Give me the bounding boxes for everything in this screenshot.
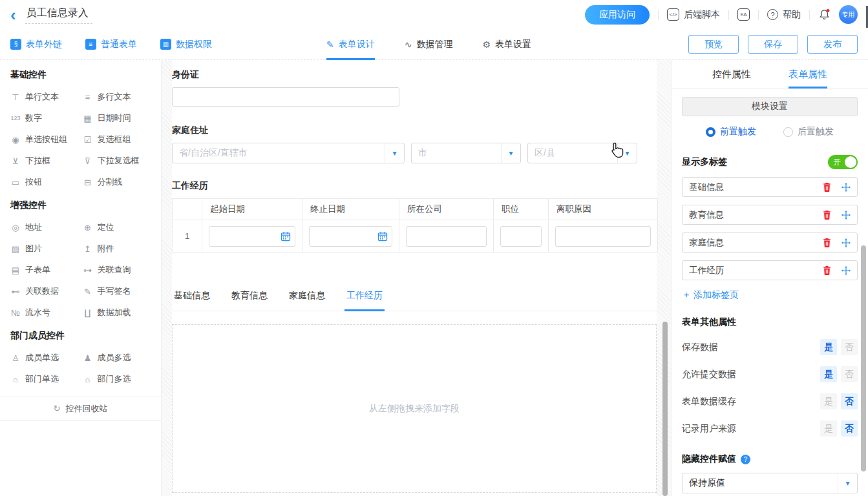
form-cache-no[interactable]: 否 (841, 393, 858, 409)
back-icon[interactable]: ‹ (10, 8, 16, 21)
end-date-input[interactable] (309, 226, 392, 247)
main-layout: 基础控件 ⊤单行文本 ≡多行文本 123数字 ▦日期时间 ◉单选按钮组 ☑复选框… (0, 60, 868, 496)
tab-form-settings[interactable]: ⚙ 表单设置 (482, 29, 531, 60)
record-source-no[interactable]: 否 (841, 420, 858, 437)
delete-tag-icon[interactable] (823, 183, 831, 192)
tag-label[interactable]: 工作经历 (689, 265, 823, 276)
widget-signature[interactable]: ✎手写签名 (83, 285, 155, 297)
page-title[interactable]: 员工信息录入 (25, 5, 92, 24)
tab-work-history[interactable]: 工作经历 (344, 290, 385, 311)
data-permission-button[interactable]: ▥ 数据权限 (160, 39, 212, 50)
start-date-input[interactable] (209, 226, 295, 247)
tag-label[interactable]: 教育信息 (689, 209, 823, 221)
tag-item-basic-info: 基础信息 (682, 177, 858, 197)
tab-basic-info[interactable]: 基础信息 (172, 290, 212, 311)
save-data-no[interactable]: 否 (841, 339, 858, 355)
widget-select[interactable]: ⊻下拉框 (10, 155, 83, 167)
widget-dept-single[interactable]: ⌂部门单选 (10, 373, 83, 385)
radio-pre-trigger[interactable]: 前置触发 (706, 126, 756, 138)
help-button[interactable]: ? 帮助 (767, 9, 801, 21)
tab-form-design[interactable]: ✎ 表单设计 (326, 29, 375, 60)
widget-linked-query[interactable]: ⊶关联查询 (83, 264, 155, 276)
tab-form-properties[interactable]: 表单属性 (789, 60, 827, 88)
widget-number[interactable]: 123数字 (10, 112, 83, 124)
move-tag-icon[interactable] (842, 238, 851, 247)
form-external-link-button[interactable]: § 表单外链 (10, 39, 62, 50)
widget-serial-number[interactable]: №流水号 (10, 307, 83, 318)
toolbar-action-buttons: 预览 保存 发布 (688, 35, 858, 54)
widget-dept-multi[interactable]: ⌂部门多选 (83, 373, 155, 385)
widget-location[interactable]: ⊕定位 (83, 222, 155, 233)
app-access-button[interactable]: 应用访问 (585, 5, 650, 25)
people-icon: ♟ (83, 353, 93, 363)
delete-tag-icon[interactable] (823, 211, 831, 220)
delete-tag-icon[interactable] (823, 266, 831, 275)
end-date-text[interactable] (310, 227, 377, 246)
preview-button[interactable]: 预览 (688, 35, 739, 54)
widget-member-multi[interactable]: ♟成员多选 (83, 352, 155, 364)
widget-linked-data[interactable]: ⊷关联数据 (10, 285, 83, 297)
id-card-input[interactable] (172, 87, 399, 107)
tab-family-info[interactable]: 家庭信息 (287, 290, 327, 311)
notifications-button[interactable] (818, 8, 831, 21)
data-permission-label: 数据权限 (176, 39, 212, 50)
start-date-text[interactable] (209, 227, 281, 246)
widget-address[interactable]: ◎地址 (10, 222, 83, 233)
move-tag-icon[interactable] (842, 211, 851, 220)
widget-image[interactable]: ▨图片 (10, 243, 83, 254)
position-input[interactable] (500, 226, 542, 247)
tab-data-management[interactable]: ∿ 数据管理 (405, 29, 453, 60)
hidden-assign-select[interactable]: 保持原值 ▾ (682, 473, 858, 493)
widget-subform[interactable]: ▤子表单 (10, 264, 83, 276)
record-source-yes[interactable]: 是 (820, 420, 837, 437)
drag-drop-zone[interactable]: 从左侧拖拽来添加字段 (172, 324, 657, 493)
tag-label[interactable]: 基础信息 (689, 181, 823, 193)
leave-reason-input[interactable] (555, 226, 651, 247)
province-select[interactable]: 省/自治区/直辖市 ▾ (172, 143, 405, 163)
widget-button[interactable]: ▭按钮 (10, 176, 83, 188)
tab-education-info[interactable]: 教育信息 (229, 290, 270, 311)
widget-multi-line-text[interactable]: ≡多行文本 (83, 91, 155, 103)
widget-checkbox-group[interactable]: ☑复选框组 (83, 134, 155, 145)
module-settings-button[interactable]: 模块设置 (682, 97, 858, 116)
save-button[interactable]: 保存 (748, 35, 798, 54)
allow-submit-no[interactable]: 否 (841, 366, 858, 382)
question-circle-icon[interactable]: ? (741, 455, 750, 464)
widget-member-single[interactable]: ♙成员单选 (10, 352, 83, 364)
trigger-radio-group: 前置触发 后置触发 (682, 126, 858, 138)
save-data-yes[interactable]: 是 (820, 339, 837, 355)
translate-button[interactable]: ≡A (737, 8, 750, 21)
widget-data-load[interactable]: ∐数据加载 (83, 307, 155, 318)
company-input[interactable] (406, 226, 487, 247)
move-tag-icon[interactable] (842, 183, 851, 192)
city-select[interactable]: 市 ▾ (411, 143, 521, 163)
calendar-icon[interactable] (281, 231, 291, 242)
delete-tag-icon[interactable] (823, 238, 831, 247)
widget-divider[interactable]: ⊟分割线 (83, 176, 155, 188)
canvas-scrollbar[interactable] (662, 322, 668, 496)
backend-script-button[interactable]: </> 后端脚本 (667, 8, 720, 21)
move-tag-icon[interactable] (842, 266, 851, 275)
widget-radio-group[interactable]: ◉单选按钮组 (10, 134, 83, 145)
panel-scrollbar[interactable] (861, 245, 866, 471)
pre-trigger-label: 前置触发 (720, 126, 756, 138)
radio-post-trigger[interactable]: 后置触发 (783, 126, 834, 138)
tab-form-settings-label: 表单设置 (495, 39, 531, 50)
widget-attachment[interactable]: ↥附件 (83, 243, 155, 254)
widget-single-line-text[interactable]: ⊤单行文本 (10, 91, 83, 103)
widget-multi-select[interactable]: ⊽下拉复选框 (83, 155, 155, 167)
avatar[interactable]: 专用 (839, 5, 858, 24)
form-cache-yes[interactable]: 是 (820, 393, 837, 409)
calendar-icon[interactable] (377, 231, 388, 242)
add-tab-link[interactable]: ＋ 添加标签页 (682, 289, 739, 301)
district-select[interactable]: 区/县 ▾ (527, 143, 637, 163)
publish-button[interactable]: 发布 (807, 35, 858, 54)
widget-recycle-bin[interactable]: ↻ 控件回收站 (0, 397, 161, 421)
widget-datetime[interactable]: ▦日期时间 (83, 112, 155, 124)
tag-label[interactable]: 家庭信息 (689, 237, 823, 249)
tab-widget-properties[interactable]: 控件属性 (712, 60, 751, 88)
normal-form-button[interactable]: ≡ 普通表单 (85, 39, 137, 50)
multi-tab-toggle[interactable]: 开 (828, 155, 858, 169)
allow-submit-yes[interactable]: 是 (820, 366, 837, 382)
recycle-label: 控件回收站 (65, 403, 107, 415)
